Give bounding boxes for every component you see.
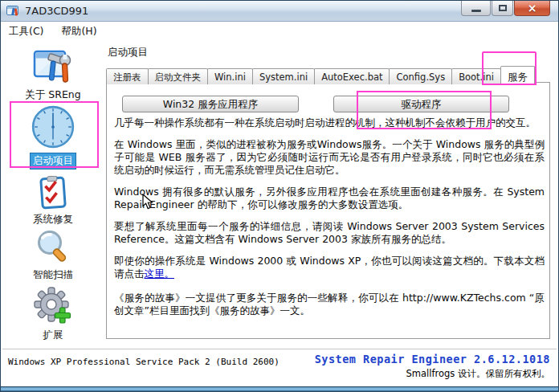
tab-registry[interactable]: 注册表	[106, 68, 149, 84]
sidebar-item-startup-label: 启动项目	[30, 153, 76, 169]
tab-autoexec-bat[interactable]: AutoExec.bat	[314, 68, 390, 84]
statusbar-os-version: Windows XP Professional Service Pack 2 (…	[8, 357, 280, 367]
maximize-button[interactable]	[492, 1, 513, 16]
minimize-icon	[471, 10, 481, 12]
paragraph-services-reference: 要想了解系统里面每一个服务的详细信息，请阅读 Windows Server 20…	[114, 220, 545, 246]
app-window: 7AD3CD991 × 工具(C) 帮助(H) 关于 SREng	[0, 0, 559, 392]
sidebar-item-about[interactable]: 关于 SREng	[1, 47, 105, 103]
tab-system-ini[interactable]: System.ini	[252, 68, 315, 84]
gear-plus-icon	[33, 287, 73, 325]
menu-item-help[interactable]: 帮助(H)	[61, 25, 96, 39]
download-doc-text: 即使你的操作系统是 Windows 2000 或 Windows XP，你也可以…	[114, 255, 545, 280]
tab-win-ini[interactable]: Win.ini	[207, 68, 253, 84]
paragraph-intro: 几乎每一种操作系统都有一种在系统启动时启动进程的机制，这种机制不会依赖于用户的交…	[114, 116, 545, 129]
tab-services[interactable]: 服务	[500, 66, 535, 85]
services-description-text: 几乎每一种操作系统都有一种在系统启动时启动进程的机制，这种机制不会依赖于用户的交…	[114, 116, 545, 326]
menu-bar: 工具(C) 帮助(H)	[1, 22, 558, 41]
maximize-icon	[499, 5, 507, 11]
close-icon: ×	[528, 2, 537, 14]
minimize-button[interactable]	[461, 1, 491, 16]
paragraph-default-services: Windows 拥有很多的默认服务，另外很多应用程序也会在系统里面创建各种服务。…	[114, 186, 545, 211]
tab-startup-folder[interactable]: 启动文件夹	[148, 68, 209, 84]
window-title: 7AD3CD991	[25, 5, 88, 17]
sidebar-item-extend-label: 扩展	[41, 328, 66, 343]
window-controls: ×	[461, 1, 550, 16]
statusbar-credit: Smallfrogs 设计。保留所有权利。	[406, 368, 550, 380]
drivers-button[interactable]: 驱动程序	[333, 96, 509, 112]
sidebar-item-scan[interactable]: 智能扫描	[1, 228, 105, 283]
title-bar: 7AD3CD991 ×	[1, 1, 558, 22]
page-title: 启动项目	[108, 46, 148, 59]
win32-services-button[interactable]: Win32 服务应用程序	[122, 96, 299, 112]
download-here-link[interactable]: 这里。	[145, 267, 175, 280]
window-tools-icon	[32, 47, 74, 85]
app-icon	[6, 5, 20, 20]
paragraph-services-story: 《服务的故事》一文提供了更多关于服务的一些解释，你可以在 http://www.…	[114, 292, 545, 317]
statusbar-divider	[2, 349, 557, 349]
paragraph-windows-services: 在 Windows 里面，类似的进程被称为服务或Windows服务。一个关于 W…	[114, 138, 545, 177]
checklist-icon	[35, 176, 71, 210]
tab-boot-ini[interactable]: Boot.ini	[451, 68, 501, 84]
clock-icon	[30, 104, 76, 150]
sidebar-item-repair[interactable]: 系统修复	[1, 176, 105, 227]
window-bottom-border	[1, 386, 558, 391]
sidebar-item-scan-label: 智能扫描	[31, 267, 75, 283]
close-button[interactable]: ×	[514, 1, 550, 16]
sidebar-item-about-label: 关于 SREng	[22, 88, 83, 103]
tab-config-sys[interactable]: Config.Sys	[389, 68, 452, 84]
sidebar-item-startup[interactable]: 启动项目	[1, 104, 105, 169]
paragraph-download-doc: 即使你的操作系统是 Windows 2000 或 Windows XP，你也可以…	[114, 255, 545, 280]
magnifier-icon	[34, 228, 72, 265]
sidebar-item-extend[interactable]: 扩展	[1, 287, 105, 343]
tab-strip: 注册表 启动文件夹 Win.ini System.ini AutoExec.ba…	[106, 66, 534, 84]
services-tab-panel: Win32 服务应用程序 驱动程序 几乎每一种操作系统都有一种在系统启动时启动进…	[106, 82, 550, 339]
sidebar-item-repair-label: 系统修复	[31, 212, 75, 227]
menu-item-tools[interactable]: 工具(C)	[9, 25, 43, 39]
statusbar-app-version: System Repair Engineer 2.6.12.1018	[315, 353, 550, 365]
